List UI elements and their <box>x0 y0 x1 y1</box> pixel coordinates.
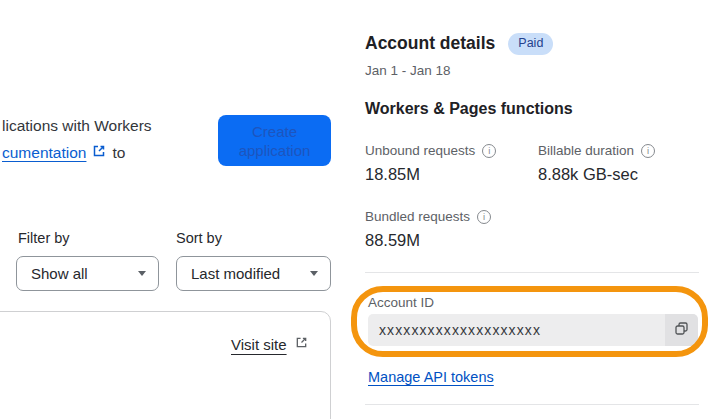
filter-select[interactable]: Show all <box>16 256 159 291</box>
stat-label: Bundled requests <box>365 209 470 224</box>
copy-button[interactable] <box>665 314 698 346</box>
application-card: Visit site <box>0 311 331 419</box>
intro-text-line1: lications with Workers <box>2 117 152 135</box>
manage-api-tokens-link[interactable]: Manage API tokens <box>368 369 494 385</box>
create-application-label-line1: Create <box>252 123 297 140</box>
stat-label: Unbound requests <box>365 143 475 158</box>
visit-site-link[interactable]: Visit site <box>231 336 287 353</box>
chevron-down-icon <box>310 271 318 276</box>
stat-value: 8.88k GB-sec <box>538 165 655 184</box>
create-application-button[interactable]: Create application <box>218 115 331 166</box>
documentation-link[interactable]: cumentation <box>2 144 86 162</box>
account-details-header: Account details Paid <box>365 33 553 55</box>
date-range: Jan 1 - Jan 18 <box>365 63 451 78</box>
sort-select-value: Last modified <box>191 265 280 282</box>
functions-section-title: Workers & Pages functions <box>365 100 573 118</box>
copy-icon <box>674 321 689 339</box>
stat-value: 88.59M <box>365 231 491 250</box>
create-application-label-line2: application <box>239 142 311 159</box>
intro-text-line2: cumentation to <box>2 144 125 162</box>
chevron-down-icon <box>138 271 146 276</box>
intro-text-suffix: to <box>112 144 125 162</box>
info-icon[interactable]: i <box>482 144 496 158</box>
account-id-field: xxxxxxxxxxxxxxxxxxxx <box>368 314 698 346</box>
stat-billable-duration: Billable duration i 8.88k GB-sec <box>538 143 655 184</box>
stat-label: Billable duration <box>538 143 634 158</box>
info-icon[interactable]: i <box>641 144 655 158</box>
sort-by-label: Sort by <box>176 230 222 246</box>
visit-site-row: Visit site <box>231 335 308 353</box>
stat-unbound-requests: Unbound requests i 18.85M <box>365 143 496 184</box>
stat-value: 18.85M <box>365 165 496 184</box>
filter-by-label: Filter by <box>18 230 70 246</box>
external-link-icon <box>92 144 106 162</box>
sort-select[interactable]: Last modified <box>176 256 331 291</box>
divider <box>365 272 699 273</box>
plan-badge: Paid <box>508 33 553 55</box>
account-details-title: Account details <box>365 33 495 54</box>
account-id-label: Account ID <box>368 295 434 310</box>
filter-select-value: Show all <box>31 265 88 282</box>
workers-pages-screen: lications with Workers cumentation to Cr… <box>0 0 718 419</box>
account-id-input[interactable]: xxxxxxxxxxxxxxxxxxxx <box>368 322 665 338</box>
info-icon[interactable]: i <box>477 210 491 224</box>
stat-bundled-requests: Bundled requests i 88.59M <box>365 209 491 250</box>
divider <box>365 404 699 405</box>
external-link-icon <box>295 335 308 353</box>
